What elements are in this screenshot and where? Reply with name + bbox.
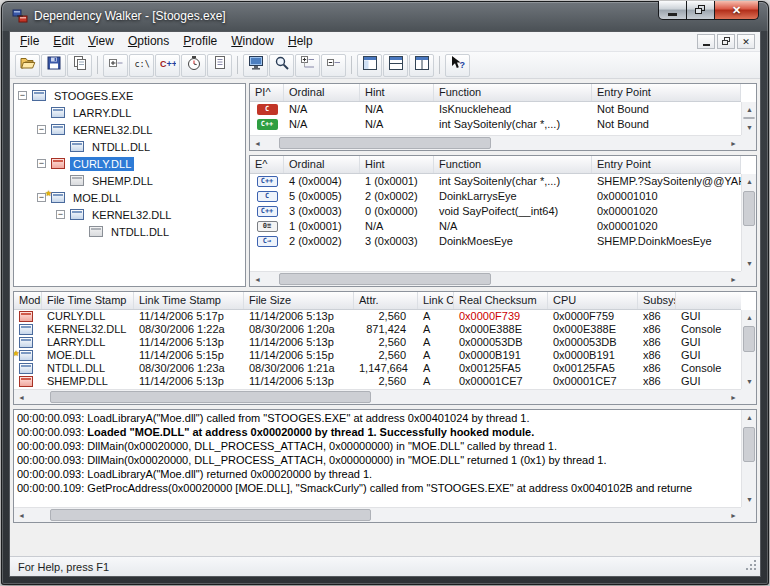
scroll-track[interactable]: [742, 325, 756, 374]
column-header-file-time-stamp[interactable]: File Time Stamp: [42, 292, 134, 309]
scroll-thumb[interactable]: [50, 391, 371, 403]
scroll-thumb[interactable]: [743, 117, 755, 119]
column-header-link-checksum[interactable]: Link Checksum: [418, 292, 454, 309]
auto-expand-button[interactable]: [103, 54, 128, 77]
column-header-e[interactable]: E^: [250, 156, 284, 173]
column-header-file-size[interactable]: File Size: [244, 292, 354, 309]
tree-item-ntdll-dll[interactable]: NTDLL.DLL: [14, 138, 245, 155]
close-button[interactable]: ✕: [714, 1, 759, 20]
scroll-left-button[interactable]: ◄: [250, 136, 265, 151]
scroll-track[interactable]: [29, 390, 726, 404]
vertical-scrollbar[interactable]: ▲▼: [741, 102, 756, 135]
vertical-scrollbar[interactable]: ▲▼: [741, 174, 756, 271]
horizontal-scrollbar[interactable]: ◄►: [250, 271, 741, 286]
search-button[interactable]: [269, 54, 294, 77]
import-row-n-a[interactable]: CN/AN/AIsKnuckleheadNot Bound: [250, 102, 741, 117]
tree-expander-collapse-icon[interactable]: −: [56, 210, 65, 219]
collapse-all-button[interactable]: [321, 54, 346, 77]
scroll-left-button[interactable]: ◄: [14, 508, 29, 523]
column-header-entry-point[interactable]: Entry Point: [592, 84, 741, 101]
copy-button[interactable]: [67, 54, 92, 77]
full-paths-button[interactable]: c:\: [129, 54, 154, 77]
open-button[interactable]: [15, 54, 40, 77]
column-header-hint[interactable]: Hint: [360, 84, 434, 101]
scroll-left-button[interactable]: ◄: [14, 390, 29, 405]
tree-expander-collapse-icon[interactable]: −: [37, 159, 46, 168]
horizontal-scrollbar[interactable]: ◄►: [14, 389, 741, 404]
view-horizontal-button[interactable]: [383, 54, 408, 77]
scroll-down-button[interactable]: ▼: [742, 374, 757, 389]
tree-item-kernel32-dll[interactable]: −KERNEL32.DLL: [14, 206, 245, 223]
save-button[interactable]: [41, 54, 66, 77]
menu-item-profile[interactable]: Profile: [176, 31, 224, 52]
import-row-n-a[interactable]: C++N/AN/Aint SaySoitenly(char *,...)Not …: [250, 117, 741, 132]
module-row-ntdll-dll[interactable]: NTDLL.DLL08/30/2006 1:23a08/30/2006 1:21…: [14, 362, 741, 375]
menu-item-file[interactable]: File: [13, 31, 46, 52]
scroll-thumb[interactable]: [50, 509, 371, 521]
column-header-module[interactable]: Module ^: [14, 292, 42, 309]
scroll-up-button[interactable]: ▲: [742, 410, 757, 425]
properties-button[interactable]: [207, 54, 232, 77]
scroll-down-button[interactable]: ▼: [742, 120, 757, 135]
tree-item-kernel32-dll[interactable]: −KERNEL32.DLL: [14, 121, 245, 138]
tree-expander-collapse-icon[interactable]: −: [37, 125, 46, 134]
scroll-up-button[interactable]: ▲: [742, 310, 757, 325]
scroll-track[interactable]: [29, 508, 726, 522]
scroll-track[interactable]: [265, 136, 726, 150]
menu-item-help[interactable]: Help: [281, 31, 320, 52]
column-header-real-checksum[interactable]: Real Checksum: [454, 292, 548, 309]
vertical-scrollbar[interactable]: ▲▼: [741, 310, 756, 389]
tree-item-moe-dll[interactable]: −MOE.DLL: [14, 189, 245, 206]
scroll-up-button[interactable]: ▲: [742, 102, 757, 117]
menu-item-view[interactable]: View: [81, 31, 121, 52]
module-row-shemp-dll[interactable]: SHEMP.DLL11/14/2006 5:13p11/14/2006 5:13…: [14, 375, 741, 388]
export-row-4-0x0004[interactable]: C++4 (0x0004)1 (0x0001)int SaySoitenly(c…: [250, 174, 741, 189]
minimize-button[interactable]: [658, 1, 687, 20]
tree-item-shemp-dll[interactable]: SHEMP.DLL: [14, 172, 245, 189]
scroll-track[interactable]: [742, 425, 756, 492]
mdi-restore-button[interactable]: [717, 34, 735, 49]
export-row-2-0x0002[interactable]: C→2 (0x0002)3 (0x0003)DoinkMoesEyeSHEMP.…: [250, 234, 741, 249]
tree-item-stooges-exe[interactable]: −STOOGES.EXE: [14, 87, 245, 104]
resize-grip[interactable]: [745, 559, 758, 574]
mdi-minimize-button[interactable]: [697, 34, 715, 49]
column-header-cpu[interactable]: CPU: [548, 292, 638, 309]
export-row-1-0x0001[interactable]: 0≡1 (0x0001)N/AN/A0x00001020: [250, 219, 741, 234]
column-header-subsystem[interactable]: Subsystem: [638, 292, 676, 309]
scroll-right-button[interactable]: ►: [726, 508, 741, 523]
column-header-hint[interactable]: Hint: [360, 156, 434, 173]
view-tree-button[interactable]: [357, 54, 382, 77]
export-row-5-0x0005[interactable]: C5 (0x0005)2 (0x0002)DoinkLarrysEye0x000…: [250, 189, 741, 204]
maximize-button[interactable]: [686, 1, 715, 20]
column-header-ordinal[interactable]: Ordinal: [284, 84, 360, 101]
scroll-thumb[interactable]: [743, 191, 755, 226]
menu-item-edit[interactable]: Edit: [46, 31, 81, 52]
tree-item-ntdll-dll[interactable]: NTDLL.DLL: [14, 223, 245, 240]
scroll-right-button[interactable]: ►: [726, 390, 741, 405]
scroll-thumb[interactable]: [743, 326, 755, 351]
scroll-down-button[interactable]: ▼: [742, 256, 757, 271]
menu-item-window[interactable]: Window: [224, 31, 281, 52]
system-info-button[interactable]: [243, 54, 268, 77]
scroll-left-button[interactable]: ◄: [250, 272, 265, 287]
module-row-moe-dll[interactable]: MOE.DLL11/14/2006 5:15p11/14/2006 5:15p2…: [14, 349, 741, 362]
undecorate-cpp-button[interactable]: C++: [155, 54, 180, 77]
column-header-link-time-stamp[interactable]: Link Time Stamp: [134, 292, 244, 309]
column-header-entry-point[interactable]: Entry Point: [592, 156, 741, 173]
module-row-larry-dll[interactable]: LARRY.DLL11/14/2006 5:13p11/14/2006 5:13…: [14, 336, 741, 349]
column-header-attr[interactable]: Attr.: [354, 292, 418, 309]
vertical-scrollbar[interactable]: ▲▼: [741, 410, 756, 507]
title-bar[interactable]: Dependency Walker - [Stooges.exe] ✕: [1, 1, 769, 31]
horizontal-scrollbar[interactable]: ◄►: [14, 507, 741, 522]
context-help-button[interactable]: ?: [445, 54, 470, 77]
tree-item-curly-dll[interactable]: −CURLY.DLL: [14, 155, 245, 172]
horizontal-scrollbar[interactable]: ◄►: [250, 135, 741, 150]
column-header-function[interactable]: Function: [434, 156, 592, 173]
export-row-3-0x0003[interactable]: C++3 (0x0003)0 (0x0000)void SayPoifect(_…: [250, 204, 741, 219]
module-row-curly-dll[interactable]: CURLY.DLL11/14/2006 5:17p11/14/2006 5:13…: [14, 310, 741, 323]
column-header-ordinal[interactable]: Ordinal: [284, 156, 360, 173]
tree-expander-collapse-icon[interactable]: −: [18, 91, 27, 100]
expand-all-button[interactable]: [295, 54, 320, 77]
column-header-pi[interactable]: PI^: [250, 84, 284, 101]
column-header-function[interactable]: Function: [434, 84, 592, 101]
